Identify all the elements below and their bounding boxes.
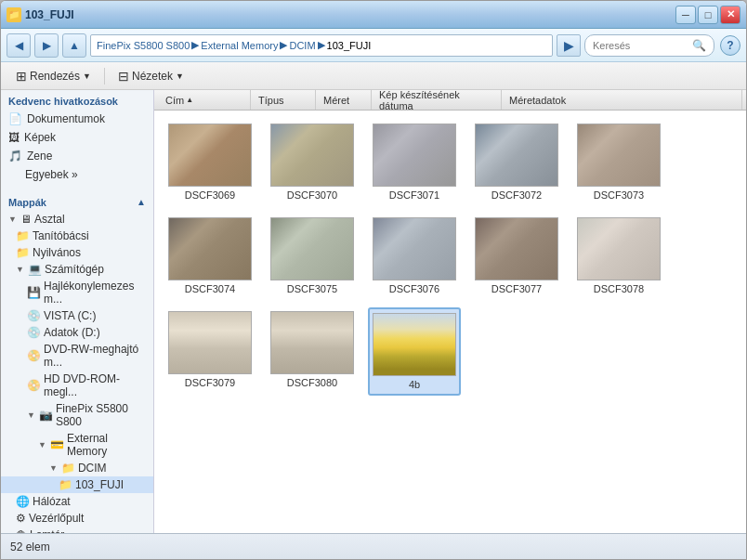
col-header-title[interactable]: Cím [158,90,251,110]
thumb-label-dscf3075: DSCF3075 [287,283,337,294]
thumb-label-dscf3073: DSCF3073 [594,189,644,201]
sidebar-item-dokumentumok[interactable]: 📄 Dokumentumok [1,110,153,128]
hajlékony-icon: 💾 [27,286,41,299]
thumb-image-dscf3079 [168,311,252,374]
tanítóbácsi-label: Tanítóbácsi [33,229,89,242]
sidebar-item-egyebek[interactable]: Egyebek » [1,165,153,184]
thumb-item-dscf3079[interactable]: DSCF3079 [164,307,256,396]
vezérlőpult-icon: ⚙ [16,512,26,525]
column-header: Cím Típus Méret Kép készítésének dátuma … [154,90,746,111]
title-bar-left: 📁 103_FUJI [7,7,74,22]
sidebar-dokumentumok-label: Dokumentumok [27,112,105,125]
adatok-icon: 💿 [27,326,41,339]
tree-item-vezérlőpult[interactable]: ⚙ Vezérlőpult [1,510,153,527]
thumb-item-dscf3073[interactable]: DSCF3073 [572,120,665,204]
tree-item-lomtár[interactable]: 🗑 Lomtár [1,527,153,533]
thumb-label-dscf3080: DSCF3080 [287,377,337,388]
tree-item-103fuji[interactable]: 📁 103_FUJI [1,476,153,493]
nyilvános-label: Nyilvános [33,246,81,259]
main-window: 📁 103_FUJI ─ □ ✕ ◀ ▶ ▲ FinePix S5800 S80… [0,0,747,560]
nyilvános-icon: 📁 [16,246,30,259]
nézetek-icon: ⊟ [118,69,129,84]
toolbar-rendezés-button[interactable]: ⊞ Rendezés ▼ [8,66,98,86]
tree-item-nyilvános[interactable]: 📁 Nyilvános [1,244,153,261]
breadcrumb-item-1[interactable]: FinePix S5800 S800 [97,40,190,51]
finepix-expand-icon: ▼ [27,410,35,420]
rendezés-dropdown-icon: ▼ [83,72,91,81]
tree-item-external-memory[interactable]: ▼ 💳 External Memory [1,430,153,460]
status-bar: 52 elem [1,533,746,559]
tree-item-adatok[interactable]: 💿 Adatok (D:) [1,324,153,341]
address-go-button[interactable]: ▶ [557,34,581,57]
thumb-item-dscf3070[interactable]: DSCF3070 [266,120,359,204]
folders-collapse-icon[interactable]: ▲ [137,197,146,207]
thumb-image-dscf3078 [577,217,661,280]
tree-item-dcim[interactable]: ▼ 📁 DCIM [1,460,153,476]
thumb-item-dscf3071[interactable]: DSCF3071 [368,120,461,204]
thumb-label-4b: 4b [409,379,420,390]
thumb-item-dscf3074[interactable]: DSCF3074 [164,214,256,298]
breadcrumb: FinePix S5800 S800 ▶ External Memory ▶ D… [90,34,553,57]
finepix-icon: 📷 [39,409,53,422]
col-header-size[interactable]: Méret [316,90,372,110]
toolbar-separator [104,68,105,85]
up-button[interactable]: ▲ [62,33,86,58]
col-header-type[interactable]: Típus [251,90,316,110]
col-header-date[interactable]: Kép készítésének dátuma [372,90,502,110]
thumb-item-dscf3069[interactable]: DSCF3069 [164,120,256,204]
thumbnails-area: DSCF3069DSCF3070DSCF3071DSCF3072DSCF3073… [154,111,746,533]
help-button[interactable]: ? [720,35,740,56]
thumb-item-dscf3076[interactable]: DSCF3076 [368,214,461,298]
minimize-button[interactable]: ─ [675,6,696,24]
maximize-button[interactable]: □ [698,6,718,24]
dokumentumok-icon: 📄 [8,112,22,125]
tree-item-asztal[interactable]: ▼ 🖥 Asztal [1,211,153,228]
vista-label: VISTA (C:) [44,309,96,322]
forward-button[interactable]: ▶ [34,33,59,58]
search-input[interactable] [593,40,688,51]
toolbar: ⊞ Rendezés ▼ ⊟ Nézetek ▼ [1,62,746,90]
thumb-image-dscf3069 [168,124,252,187]
képek-icon: 🖼 [8,131,20,144]
thumb-item-dscf3077[interactable]: DSCF3077 [470,214,563,298]
tree-item-hálózat[interactable]: 🌐 Hálózat [1,493,153,510]
thumb-item-dscf3080[interactable]: DSCF3080 [266,307,359,396]
sidebar-zene-label: Zene [27,150,52,163]
thumb-item-dscf3075[interactable]: DSCF3075 [266,214,359,298]
search-box: 🔍 [584,34,714,57]
tree-item-hddvd[interactable]: 📀 HD DVD-ROM-megl... [1,371,153,400]
external-memory-expand-icon: ▼ [38,440,46,449]
számítógép-icon: 💻 [28,263,42,276]
breadcrumb-item-2[interactable]: External Memory [201,40,278,51]
dvdrw-icon: 📀 [27,349,41,362]
tree-item-vista[interactable]: 💿 VISTA (C:) [1,307,153,324]
tree-item-finepix[interactable]: ▼ 📷 FinePix S5800 S800 [1,400,153,430]
nézetek-dropdown-icon: ▼ [176,72,184,81]
file-view: Cím Típus Méret Kép készítésének dátuma … [154,90,746,533]
tree-item-számítógép[interactable]: ▼ 💻 Számítógép [1,261,153,278]
item-count: 52 elem [10,540,50,553]
toolbar-nézetek-button[interactable]: ⊟ Nézetek ▼ [111,66,191,86]
thumb-item-4b[interactable]: 4b [368,307,461,396]
thumb-item-dscf3072[interactable]: DSCF3072 [470,120,563,204]
sidebar-item-zene[interactable]: 🎵 Zene [1,147,153,165]
sidebar-item-képek[interactable]: 🖼 Képek [1,128,153,147]
sidebar-folders-title: Mappák ▲ [1,191,153,211]
thumb-image-dscf3080 [270,311,354,374]
dcim-icon: 📁 [61,462,75,475]
back-button[interactable]: ◀ [7,33,31,58]
breadcrumb-item-3[interactable]: DCIM [289,40,315,51]
thumb-label-dscf3069: DSCF3069 [185,189,235,201]
sidebar-egyebek-label: Egyebek » [25,168,78,181]
thumb-item-dscf3078[interactable]: DSCF3078 [572,214,665,298]
dcim-label: DCIM [78,462,107,475]
tree-item-hajlékony[interactable]: 💾 Hajlékonylemezes m... [1,278,153,307]
dcim-expand-icon: ▼ [49,463,58,473]
tanítóbácsi-icon: 📁 [16,229,30,242]
adatok-label: Adatok (D:) [44,326,100,339]
tree-item-dvdrw[interactable]: 📀 DVD-RW-meghajtó m... [1,341,153,371]
col-header-meta[interactable]: Méretadatok [502,90,742,110]
tree-item-tanítóbácsi[interactable]: 📁 Tanítóbácsi [1,228,153,244]
close-button[interactable]: ✕ [720,6,740,24]
rendezés-icon: ⊞ [16,69,27,84]
